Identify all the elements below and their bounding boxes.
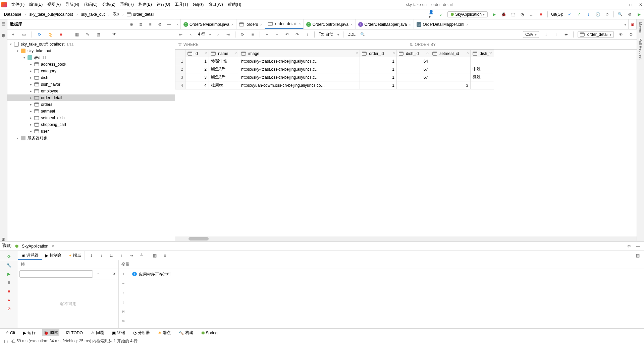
step-out-icon[interactable]: ↑ bbox=[118, 253, 124, 259]
cell[interactable]: 微辣 bbox=[471, 73, 494, 81]
tab-close-icon[interactable]: × bbox=[231, 22, 233, 26]
table-row[interactable]: 33鮰鱼2斤https://sky-itcast.oss-cn-beijing.… bbox=[175, 73, 494, 81]
breadcrumb-database[interactable]: Database bbox=[2, 11, 23, 17]
tab-close-icon[interactable]: × bbox=[466, 22, 468, 26]
column-header-setmeal_id[interactable]: setmeal_id◇ bbox=[430, 50, 471, 57]
left-rail-database[interactable]: 数据库 bbox=[1, 29, 6, 32]
db-collapse-icon[interactable]: ≡ bbox=[147, 21, 153, 27]
close-button[interactable]: ✕ bbox=[639, 2, 643, 7]
copy-watch-icon[interactable]: ⎘ bbox=[120, 308, 126, 315]
breadcrumb-datasource[interactable]: sky_take_out@localhost bbox=[27, 11, 75, 17]
cancel-query-button[interactable] bbox=[250, 31, 256, 38]
menu-help[interactable]: 帮助(H) bbox=[226, 1, 244, 8]
first-page-icon[interactable]: ⇤ bbox=[178, 31, 184, 38]
column-header-image[interactable]: image◇ bbox=[239, 50, 360, 57]
debug-button[interactable] bbox=[500, 11, 506, 17]
force-step-icon[interactable]: ⇊ bbox=[108, 253, 114, 259]
view-mode-icon[interactable]: 👁 bbox=[618, 31, 624, 38]
import-button[interactable] bbox=[553, 31, 559, 38]
tab-list-button[interactable]: ▾ bbox=[622, 19, 629, 29]
remove-row-button[interactable] bbox=[274, 31, 280, 38]
left-rail-bookmark[interactable]: 书签 bbox=[1, 238, 6, 241]
last-page-icon[interactable]: ⇥ bbox=[225, 31, 231, 38]
git-commit-icon[interactable] bbox=[567, 11, 573, 17]
cell[interactable]: 1 bbox=[360, 65, 397, 73]
bottom-tab-build[interactable]: 🔨构建 bbox=[177, 329, 195, 336]
evaluate-icon[interactable]: ≟ bbox=[139, 253, 145, 259]
coverage-button[interactable]: ⬚ bbox=[510, 11, 516, 17]
cell[interactable]: 中辣 bbox=[471, 65, 494, 73]
db-diagram-icon[interactable]: ▧ bbox=[95, 31, 101, 38]
bottom-tab-run[interactable]: 运行 bbox=[22, 329, 37, 336]
run-button[interactable] bbox=[491, 11, 497, 17]
column-header-name[interactable]: name◇ bbox=[209, 50, 239, 57]
db-sync-button[interactable]: ⟳̤ bbox=[47, 31, 53, 38]
cell[interactable]: 鮰鱼2斤 bbox=[209, 65, 239, 73]
cell[interactable]: 馋嘴牛蛙 bbox=[209, 57, 239, 65]
cell[interactable]: 67 bbox=[397, 73, 430, 81]
menu-navigate[interactable]: 导航(N) bbox=[63, 1, 81, 8]
watch-down-icon[interactable] bbox=[120, 299, 126, 305]
stop-button[interactable] bbox=[538, 11, 544, 17]
bottom-tab-spring[interactable]: ⬢Spring bbox=[200, 330, 219, 336]
tree-table-shopping_cart[interactable]: ▸shopping_cart bbox=[7, 121, 175, 128]
cell[interactable]: 64 bbox=[397, 57, 430, 65]
tree-table-address_book[interactable]: ▸address_book bbox=[7, 61, 175, 68]
editor-tab[interactable]: COrderServiceImpl.java× bbox=[181, 19, 236, 29]
run-anything-icon[interactable] bbox=[636, 11, 642, 17]
db-refresh-button[interactable] bbox=[37, 31, 43, 38]
redo-button[interactable] bbox=[294, 31, 300, 38]
step-over-icon[interactable]: ⤵ bbox=[88, 253, 94, 259]
tree-table-user[interactable]: ▸user bbox=[7, 128, 175, 135]
cell[interactable]: https://sky-itcast.oss-cn-beijing.aliyun… bbox=[239, 57, 360, 65]
breadcrumb-schema[interactable]: sky_take_out bbox=[79, 11, 107, 17]
editor-tab[interactable]: COrderController.java× bbox=[304, 19, 356, 29]
debug-settings-icon[interactable] bbox=[626, 243, 632, 249]
editor-tab[interactable]: IOrderDetailMapper.java× bbox=[356, 19, 414, 29]
debug-hide-icon[interactable]: — bbox=[635, 243, 641, 249]
db-stop-button[interactable] bbox=[58, 31, 64, 38]
tab-close-icon[interactable]: × bbox=[299, 22, 301, 26]
table-row[interactable]: 44杜康cchttps://yuan-cqwm.oss-cn-beijing.a… bbox=[175, 81, 494, 89]
menu-analyze[interactable]: 分析(Z) bbox=[100, 1, 117, 8]
view-breakpoints-icon[interactable]: ● bbox=[6, 297, 12, 303]
cell[interactable]: https://sky-itcast.oss-cn-beijing.aliyun… bbox=[239, 65, 360, 73]
right-rail-maven[interactable]: Maven bbox=[639, 21, 643, 34]
cell[interactable]: 67 bbox=[397, 65, 430, 73]
cell[interactable] bbox=[397, 81, 430, 89]
cell[interactable]: 2 bbox=[185, 65, 209, 73]
horizontal-scrollbar[interactable] bbox=[175, 236, 637, 241]
bottom-tab-terminal[interactable]: ▣终端 bbox=[111, 329, 126, 336]
export-button[interactable] bbox=[543, 31, 549, 38]
row-count-dropdown-icon[interactable] bbox=[209, 32, 211, 37]
cell[interactable] bbox=[430, 65, 471, 73]
search-everywhere-icon[interactable] bbox=[617, 11, 623, 17]
git-push-icon[interactable] bbox=[576, 11, 582, 17]
remove-watch-icon[interactable] bbox=[120, 280, 126, 286]
menu-view[interactable]: 视图(V) bbox=[45, 1, 63, 8]
table-row[interactable]: 22鮰鱼2斤https://sky-itcast.oss-cn-beijing.… bbox=[175, 65, 494, 73]
pause-button[interactable]: ⏸ bbox=[6, 280, 12, 286]
minimize-button[interactable]: — bbox=[619, 2, 623, 7]
profile-button[interactable]: ◔ bbox=[519, 11, 525, 17]
git-pull-icon[interactable]: ↓ bbox=[585, 11, 591, 17]
tree-table-employee[interactable]: ▸employee bbox=[7, 88, 175, 94]
breadcrumb-tables[interactable]: 表s bbox=[111, 11, 121, 18]
settings-icon[interactable] bbox=[627, 11, 633, 17]
cell[interactable]: 鮰鱼2斤 bbox=[209, 73, 239, 81]
watch-up-icon[interactable] bbox=[120, 290, 126, 296]
bottom-tab-git[interactable]: ⎇Git bbox=[3, 330, 16, 336]
menu-edit[interactable]: 编辑(E) bbox=[27, 1, 45, 8]
data-grid[interactable]: id◇ name◇ image◇ order_id◇ dish_id◇ setm… bbox=[175, 50, 637, 236]
compare-button[interactable]: ⬌ bbox=[563, 31, 569, 38]
menu-code[interactable]: 代码(C) bbox=[82, 1, 100, 8]
debugger-tab[interactable]: ▣调试器 bbox=[18, 251, 42, 260]
column-header-dish_f[interactable]: dish_f◇ bbox=[471, 50, 494, 57]
db-expand-icon[interactable]: ≣ bbox=[138, 21, 144, 27]
db-filter-icon[interactable] bbox=[111, 31, 117, 38]
column-header-order_id[interactable]: order_id◇ bbox=[360, 50, 397, 57]
cell[interactable]: 杜康cc bbox=[209, 81, 239, 89]
next-page-icon[interactable]: › bbox=[215, 31, 221, 38]
status-tool-icon[interactable]: ▢ bbox=[3, 338, 9, 344]
column-header-dish_id[interactable]: dish_id◇ bbox=[397, 50, 430, 57]
